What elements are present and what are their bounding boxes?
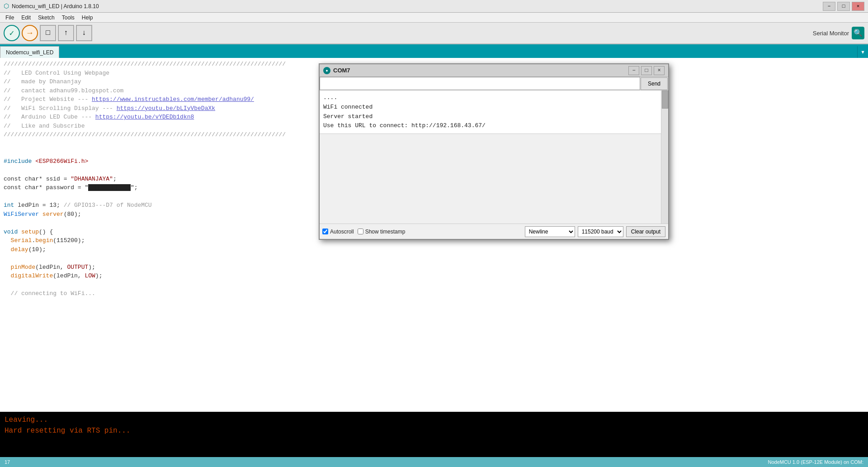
menu-help[interactable]: Help [79, 14, 96, 22]
serial-scrollbar[interactable] [661, 91, 668, 224]
serial-output-line-4: Use this URL to connect: http://192.168.… [323, 121, 659, 131]
serial-send-button[interactable]: Send [641, 77, 668, 90]
open-button[interactable]: ↑ [58, 25, 74, 41]
save-button[interactable]: ↓ [76, 25, 92, 41]
menu-file[interactable]: File [3, 14, 17, 22]
title-bar-left: ⬡ Nodemcu_wifi_LED | Arduino 1.8.10 [4, 2, 99, 10]
code-line: // connecting to WiFi... [4, 289, 864, 298]
serial-footer-right: No line ending Newline Carriage return B… [525, 226, 665, 237]
serial-monitor-title: ● COM7 [323, 67, 350, 74]
autoscroll-checkbox-label[interactable]: Autoscroll [322, 229, 354, 235]
line-number-indicator: 17 [5, 459, 10, 465]
maximize-button[interactable]: □ [837, 2, 850, 11]
menu-bar: File Edit Sketch Tools Help [0, 13, 868, 23]
code-line [4, 281, 864, 290]
menu-sketch[interactable]: Sketch [35, 14, 57, 22]
status-bar: 17 NodeMCU 1.0 (ESP-12E Module) on COM: [0, 457, 868, 467]
editor-tab[interactable]: Nodemcu_wifi_LED [0, 46, 59, 58]
serial-output-line-3: Server started [323, 112, 659, 122]
code-line: digitalWrite(ledPin, LOW); [4, 272, 864, 281]
menu-edit[interactable]: Edit [19, 14, 33, 22]
tab-label: Nodemcu_wifi_LED [6, 49, 53, 56]
console-line-1: Leaving... [5, 415, 863, 425]
console-area: Leaving... Hard resetting via RTS pin... [0, 412, 868, 457]
app-icon: ⬡ [4, 2, 9, 10]
code-line: pinMode(ledPin, OUTPUT); [4, 263, 864, 272]
serial-search-icon[interactable]: 🔍 [852, 27, 864, 39]
timestamp-label: Show timestamp [365, 229, 406, 235]
title-bar: ⬡ Nodemcu_wifi_LED | Arduino 1.8.10 − □ … [0, 0, 868, 13]
timestamp-checkbox[interactable] [358, 229, 363, 234]
serial-minimize-button[interactable]: − [628, 66, 639, 75]
tab-bar: Nodemcu_wifi_LED ▾ [0, 44, 868, 58]
newline-select[interactable]: No line ending Newline Carriage return B… [525, 226, 575, 237]
console-line-2: Hard resetting via RTS pin... [5, 425, 863, 436]
serial-monitor-icon: ● [323, 67, 330, 74]
tab-dropdown-icon: ▾ [861, 48, 865, 57]
serial-output-line-2: WiFi connected [323, 103, 659, 112]
serial-output: .... WiFi connected Server started Use t… [320, 91, 668, 134]
serial-monitor-dialog: ● COM7 − □ × Send .... WiFi connected Se… [319, 63, 669, 240]
code-line [4, 254, 864, 263]
serial-output-line-1: .... [323, 93, 659, 103]
toolbar-right: Serial Monitor 🔍 [813, 27, 864, 39]
toolbar: ✓ → □ ↑ ↓ Serial Monitor 🔍 [0, 23, 868, 44]
autoscroll-checkbox[interactable] [322, 229, 328, 234]
serial-monitor-controls: − □ × [628, 66, 665, 75]
title-bar-controls: − □ × [823, 2, 864, 11]
serial-monitor-title-text: COM7 [333, 67, 350, 74]
code-line: delay(10); [4, 245, 864, 254]
window-title: Nodemcu_wifi_LED | Arduino 1.8.10 [12, 3, 99, 10]
serial-input-field[interactable] [320, 77, 640, 90]
serial-monitor-label: Serial Monitor [813, 30, 849, 37]
timestamp-checkbox-label[interactable]: Show timestamp [358, 229, 406, 235]
serial-input-row: Send [320, 77, 668, 91]
menu-tools[interactable]: Tools [59, 14, 77, 22]
serial-output-wrapper: .... WiFi connected Server started Use t… [320, 91, 668, 224]
serial-scrollbar-thumb[interactable] [662, 91, 668, 109]
board-info: NodeMCU 1.0 (ESP-12E Module) on COM: [768, 459, 863, 465]
upload-button[interactable]: → [22, 25, 38, 41]
serial-maximize-button[interactable]: □ [641, 66, 652, 75]
baud-select[interactable]: 300 baud 1200 baud 2400 baud 4800 baud 9… [578, 226, 623, 237]
clear-output-button[interactable]: Clear output [626, 226, 665, 237]
verify-button[interactable]: ✓ [4, 25, 20, 41]
close-button[interactable]: × [852, 2, 864, 11]
minimize-button[interactable]: − [823, 2, 835, 11]
serial-close-button[interactable]: × [654, 66, 665, 75]
new-button[interactable]: □ [40, 25, 56, 41]
tab-dropdown[interactable]: ▾ [857, 46, 868, 58]
serial-monitor-title-bar: ● COM7 − □ × [320, 64, 668, 77]
serial-footer: Autoscroll Show timestamp No line ending… [320, 224, 668, 239]
autoscroll-label: Autoscroll [330, 229, 354, 235]
